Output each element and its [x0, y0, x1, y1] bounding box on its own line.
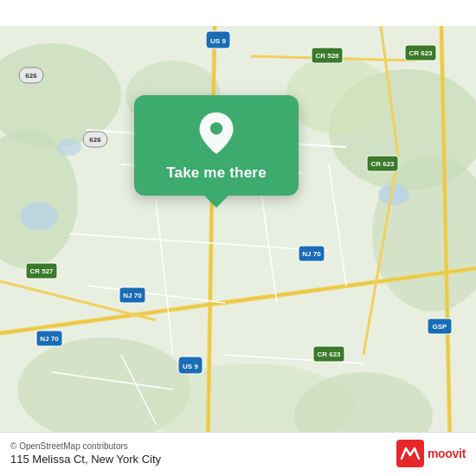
attribution-text: © OpenStreetMap contributors [10, 441, 161, 451]
svg-text:NJ 70: NJ 70 [123, 292, 142, 299]
svg-text:CR 527: CR 527 [29, 267, 54, 275]
map-background: US 9 CR 528 CR 623 626 626 CR 623 CR 527… [0, 0, 476, 476]
svg-point-10 [20, 203, 58, 230]
svg-text:CR 623: CR 623 [370, 160, 395, 168]
bottom-left: © OpenStreetMap contributors 115 Melissa… [10, 441, 161, 466]
svg-point-8 [286, 56, 389, 134]
moovit-icon [396, 440, 424, 467]
take-me-there-label: Take me there [166, 164, 267, 182]
svg-text:US 9: US 9 [183, 363, 198, 370]
svg-point-12 [57, 138, 81, 156]
svg-text:GSP: GSP [433, 323, 448, 331]
svg-text:NJ 70: NJ 70 [40, 335, 59, 343]
moovit-wordmark: moovit [428, 447, 466, 460]
map-container: US 9 CR 528 CR 623 626 626 CR 623 CR 527… [0, 0, 476, 476]
take-me-there-card[interactable]: Take me there [134, 95, 299, 196]
moovit-logo: moovit [396, 440, 466, 467]
svg-text:CR 623: CR 623 [317, 351, 341, 358]
bottom-bar: © OpenStreetMap contributors 115 Melissa… [0, 432, 476, 476]
svg-text:US 9: US 9 [210, 37, 226, 45]
address-text: 115 Melissa Ct, New York City [10, 453, 161, 466]
svg-text:626: 626 [89, 136, 101, 144]
svg-text:CR 623: CR 623 [408, 49, 433, 57]
svg-text:NJ 70: NJ 70 [302, 250, 321, 258]
svg-text:CR 528: CR 528 [315, 52, 339, 60]
location-pin-icon [194, 111, 239, 156]
svg-text:626: 626 [25, 72, 37, 80]
